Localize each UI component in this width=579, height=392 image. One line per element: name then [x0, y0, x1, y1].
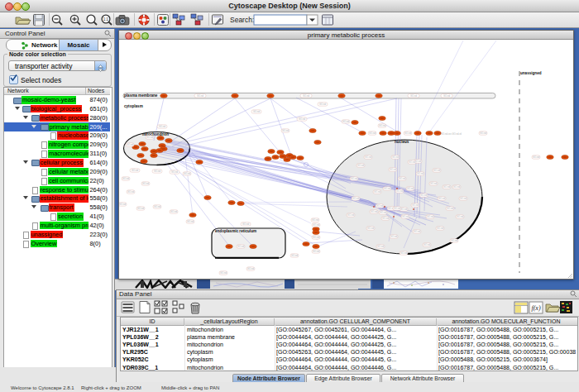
svg-text:GO-nd: GO-nd	[420, 194, 428, 197]
svg-text:GO-nd: GO-nd	[423, 243, 431, 246]
svg-text:GO-nd: GO-nd	[365, 155, 372, 159]
svg-text:GO-nd: GO-nd	[412, 203, 419, 207]
svg-text:f(x): f(x)	[531, 304, 540, 312]
svg-text:GO-nd: GO-nd	[453, 185, 461, 189]
svg-text:GO-nd: GO-nd	[430, 182, 438, 185]
svg-text:GO-nd: GO-nd	[380, 211, 387, 214]
svg-text:GO-nd: GO-nd	[390, 168, 397, 171]
svg-text:GO-nd: GO-nd	[480, 131, 487, 135]
svg-text:GO-nd: GO-nd	[132, 169, 139, 172]
svg-text:GO-nd: GO-nd	[253, 110, 261, 113]
svg-text:GO-nd: GO-nd	[122, 177, 130, 180]
svg-text:GO-nd: GO-nd	[342, 120, 350, 123]
svg-text:GO-nd: GO-nd	[400, 251, 408, 255]
svg-text:unassigned: unassigned	[520, 71, 542, 75]
svg-text:plasma membrane: plasma membrane	[124, 93, 158, 98]
svg-text:GO-nd: GO-nd	[142, 182, 150, 185]
svg-text:GO-nd: GO-nd	[127, 190, 135, 194]
svg-text:GO-nd: GO-nd	[313, 250, 320, 253]
svg-text:GO-nd: GO-nd	[146, 136, 154, 139]
svg-text:GO-nd: GO-nd	[119, 203, 127, 206]
svg-text:GO-nd: GO-nd	[394, 207, 401, 210]
svg-text:GO-nd: GO-nd	[414, 230, 421, 233]
svg-text:GO-nd: GO-nd	[407, 187, 414, 190]
svg-text:GO-nd: GO-nd	[371, 210, 378, 213]
svg-text:GO-nd: GO-nd	[443, 185, 451, 189]
svg-text:GO-nd: GO-nd	[533, 155, 540, 159]
svg-text:endoplasmic reticulum: endoplasmic reticulum	[215, 229, 256, 233]
svg-text:cytoplasm: cytoplasm	[124, 104, 143, 108]
svg-text:GO-nd: GO-nd	[377, 245, 385, 248]
svg-text:GO-nd: GO-nd	[451, 239, 458, 242]
svg-text:GO-nd: GO-nd	[396, 189, 404, 193]
svg-text:GO-nd: GO-nd	[137, 207, 145, 210]
svg-text:GO-nd: GO-nd	[237, 245, 245, 248]
svg-text:GO-nd: GO-nd	[392, 155, 400, 159]
svg-text:GO-nd: GO-nd	[247, 267, 255, 270]
svg-text:nucleus: nucleus	[395, 140, 409, 144]
svg-text:GO-nd: GO-nd	[220, 271, 227, 275]
svg-text:GO-nd: GO-nd	[319, 103, 327, 106]
svg-text:GO-nd: GO-nd	[312, 218, 319, 222]
svg-text:GO-nd: GO-nd	[187, 220, 194, 223]
svg-text:GO-nd: GO-nd	[367, 227, 375, 230]
svg-text:GO-nd: GO-nd	[437, 227, 444, 230]
svg-text:Search:: Search:	[230, 16, 254, 24]
svg-text:GO-nd: GO-nd	[390, 235, 398, 238]
svg-text:GO-nd: GO-nd	[154, 205, 161, 208]
svg-text:GO-nd: GO-nd	[313, 223, 320, 227]
svg-text:GO-nd: GO-nd	[404, 131, 412, 135]
svg-text:GO-nd: GO-nd	[171, 170, 179, 174]
svg-text:GO-nd: GO-nd	[347, 213, 355, 217]
svg-text:GO-nd: GO-nd	[170, 210, 178, 213]
svg-text:GO-nd: GO-nd	[438, 197, 446, 200]
svg-text:GO-nd: GO-nd	[433, 169, 441, 172]
svg-text:GO-nd: GO-nd	[374, 190, 381, 194]
svg-text:GO-nd: GO-nd	[409, 160, 416, 164]
svg-text:GO-nd: GO-nd	[299, 117, 306, 121]
svg-text:GO-nd-xxr-GO-nd-rd: GO-nd-xxr-GO-nd-rd	[441, 132, 462, 136]
svg-text:GO-nd: GO-nd	[303, 94, 310, 98]
svg-text:GO-nd: GO-nd	[443, 94, 451, 98]
svg-text:GO-nd: GO-nd	[242, 222, 250, 226]
svg-text:1:1: 1:1	[103, 17, 109, 22]
svg-text:GO-nd: GO-nd	[417, 172, 424, 175]
svg-text:GO-nd: GO-nd	[352, 197, 360, 200]
svg-text:GO-nd: GO-nd	[357, 164, 365, 167]
svg-text:GO-nd: GO-nd	[457, 215, 464, 218]
svg-text:GO-nd: GO-nd	[313, 236, 320, 239]
svg-text:GO-nd: GO-nd	[447, 207, 454, 210]
svg-text:GO-nd: GO-nd	[410, 94, 418, 98]
svg-text:GO-nd: GO-nd	[402, 215, 409, 218]
svg-text:GO-nd: GO-nd	[376, 204, 384, 208]
svg-text:GO-nd: GO-nd	[282, 129, 290, 132]
svg-text:GO-nd: GO-nd	[154, 170, 161, 173]
svg-text:GO-nd: GO-nd	[369, 131, 376, 135]
svg-text:GO-nd: GO-nd	[379, 124, 386, 127]
svg-text:GO-nd: GO-nd	[127, 143, 134, 146]
svg-text:GO-nd: GO-nd	[427, 215, 434, 218]
svg-text:GO-nd: GO-nd	[400, 208, 408, 211]
svg-text:GO-nd: GO-nd	[351, 177, 358, 180]
svg-text:GO-nd: GO-nd	[384, 187, 391, 190]
svg-text:GO-nd: GO-nd	[291, 254, 299, 257]
svg-text:GO-nd: GO-nd	[382, 217, 390, 220]
svg-text:GO-nd: GO-nd	[159, 125, 166, 128]
svg-text:GO-nd: GO-nd	[460, 197, 467, 200]
svg-text:GO-nd: GO-nd	[399, 177, 406, 180]
svg-text:GO-nd: GO-nd	[197, 94, 204, 98]
svg-text:GO-nd: GO-nd	[184, 172, 191, 175]
